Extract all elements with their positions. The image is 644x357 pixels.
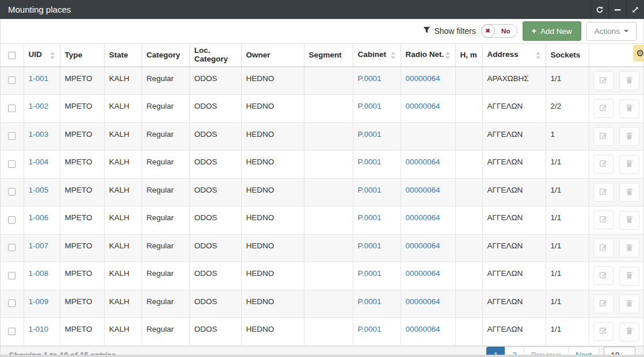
row-checkbox-cell — [1, 262, 24, 290]
sort-icon[interactable] — [50, 52, 55, 59]
table-container: UID Type State Category Loc. Category Ow… — [0, 43, 644, 346]
trash-icon — [625, 159, 634, 170]
table-row: 1-006 MPETO KALH Regular ODOS HEDNO P.00… — [1, 206, 643, 235]
edit-button[interactable] — [593, 71, 613, 90]
cabinet-link[interactable]: P.0001 — [358, 102, 382, 110]
category-cell: Regular — [142, 290, 189, 318]
row-checkbox[interactable] — [8, 244, 16, 251]
col-header-cabinet[interactable]: Cabinet — [353, 44, 401, 67]
radio-net-link[interactable]: 00000064 — [406, 213, 440, 222]
edit-button[interactable] — [593, 294, 613, 313]
cabinet-link[interactable]: P.0001 — [358, 241, 382, 250]
edit-button[interactable] — [593, 127, 613, 146]
column-settings-button[interactable]: ⚙ — [633, 45, 644, 62]
category-cell: Regular — [142, 95, 189, 123]
cabinet-link[interactable]: P.0001 — [358, 130, 382, 139]
uid-link[interactable]: 1-001 — [29, 74, 49, 83]
uid-link[interactable]: 1-010 — [29, 325, 49, 333]
previous-page-button[interactable]: Previous — [524, 347, 569, 355]
cabinet-link[interactable]: P.0001 — [358, 186, 382, 194]
minimize-button[interactable] — [608, 0, 626, 19]
actions-dropdown-button[interactable]: Actions — [586, 22, 637, 41]
radio-net-link[interactable]: 00000064 — [406, 325, 440, 333]
uid-link[interactable]: 1-002 — [29, 102, 49, 110]
cabinet-link[interactable]: P.0001 — [358, 325, 382, 333]
refresh-button[interactable] — [590, 0, 608, 19]
filters-toggle[interactable]: ✖ No — [481, 24, 517, 38]
edit-button[interactable] — [593, 210, 613, 229]
row-checkbox[interactable] — [8, 272, 16, 279]
row-checkbox[interactable] — [8, 105, 16, 112]
cabinet-link[interactable]: P.0001 — [358, 158, 382, 166]
add-new-button[interactable]: + Add New — [523, 21, 581, 41]
radio-net-link[interactable]: 00000064 — [406, 186, 440, 194]
show-filters-control[interactable]: Show filters — [423, 26, 475, 36]
delete-button[interactable] — [619, 183, 639, 202]
sort-icon[interactable] — [536, 52, 541, 59]
col-header-radio-net[interactable]: Radio Net. — [401, 44, 455, 67]
row-checkbox[interactable] — [8, 160, 16, 168]
row-checkbox[interactable] — [8, 76, 16, 84]
page-size-select[interactable]: 10 — [604, 347, 635, 355]
row-checkbox[interactable] — [8, 328, 16, 335]
sort-icon[interactable] — [445, 52, 451, 59]
radio-net-cell: 00000064 — [401, 178, 455, 206]
edit-button[interactable] — [593, 183, 613, 202]
edit-pencil-icon — [599, 75, 608, 86]
delete-button[interactable] — [619, 323, 639, 341]
row-checkbox[interactable] — [8, 216, 16, 224]
sockets-cell: 1/1 — [546, 178, 589, 206]
radio-net-link[interactable]: 00000064 — [406, 297, 440, 306]
uid-link[interactable]: 1-007 — [29, 241, 49, 250]
h-m-cell — [455, 290, 482, 318]
edit-button[interactable] — [593, 322, 613, 341]
delete-button[interactable] — [619, 155, 639, 174]
radio-net-link[interactable]: 00000064 — [406, 102, 440, 110]
radio-net-link[interactable]: 00000064 — [406, 74, 440, 83]
radio-net-link[interactable]: 00000064 — [406, 158, 440, 166]
uid-link[interactable]: 1-006 — [29, 213, 49, 222]
page-2-button[interactable]: 2 — [505, 347, 524, 355]
row-checkbox[interactable] — [8, 188, 16, 195]
radio-net-cell: 00000064 — [401, 318, 455, 346]
row-checkbox[interactable] — [8, 300, 16, 307]
delete-button[interactable] — [619, 71, 639, 90]
type-cell: MPETO — [60, 234, 104, 262]
uid-link[interactable]: 1-009 — [29, 297, 49, 306]
row-checkbox[interactable] — [8, 132, 16, 140]
delete-button[interactable] — [619, 211, 639, 230]
edit-button[interactable] — [593, 155, 613, 174]
uid-cell: 1-004 — [24, 151, 60, 179]
uid-link[interactable]: 1-004 — [29, 158, 49, 166]
expand-button[interactable] — [626, 0, 644, 19]
category-cell: Regular — [142, 67, 189, 95]
uid-link[interactable]: 1-005 — [29, 186, 49, 194]
delete-button[interactable] — [619, 239, 639, 258]
minimize-icon — [613, 6, 622, 14]
col-header-uid[interactable]: UID — [24, 44, 60, 67]
delete-button[interactable] — [619, 127, 639, 146]
uid-link[interactable]: 1-003 — [29, 130, 49, 139]
sort-icon[interactable] — [391, 52, 396, 59]
cabinet-link[interactable]: P.0001 — [358, 269, 382, 278]
cabinet-link[interactable]: P.0001 — [358, 297, 382, 306]
edit-button[interactable] — [593, 99, 613, 118]
next-page-button[interactable]: Next — [568, 347, 599, 355]
owner-cell: HEDNO — [241, 262, 304, 290]
radio-net-link[interactable]: 00000064 — [406, 269, 440, 278]
col-header-address[interactable]: Address — [482, 44, 546, 67]
edit-button[interactable] — [593, 266, 613, 285]
delete-button[interactable] — [619, 99, 639, 118]
cabinet-link[interactable]: P.0001 — [358, 74, 382, 83]
uid-cell: 1-005 — [24, 178, 60, 206]
h-m-cell — [455, 262, 482, 290]
select-all-checkbox[interactable] — [8, 52, 16, 59]
cabinet-link[interactable]: P.0001 — [358, 213, 382, 222]
edit-button[interactable] — [593, 239, 613, 258]
delete-button[interactable] — [619, 267, 639, 286]
uid-link[interactable]: 1-008 — [29, 269, 49, 278]
row-checkbox-cell — [1, 151, 24, 179]
radio-net-link[interactable]: 00000064 — [406, 241, 440, 250]
delete-button[interactable] — [619, 294, 639, 313]
page-1-button[interactable]: 1 — [486, 347, 506, 355]
